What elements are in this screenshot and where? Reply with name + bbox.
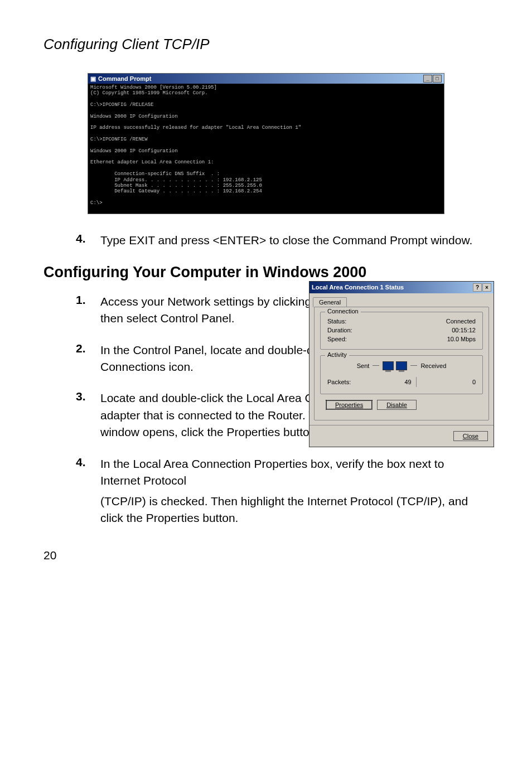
step-text-b: (TCP/IP) is checked. Then highlight the …: [100, 493, 489, 527]
disable-label: Disable: [386, 401, 407, 408]
step-number: 4.: [76, 456, 100, 490]
help-icon[interactable]: ?: [473, 283, 482, 292]
command-prompt-icon: ▣: [90, 75, 96, 83]
dash-icon: [373, 365, 379, 366]
step-pre-4: 4. Type EXIT and press <ENTER> to close …: [76, 232, 489, 249]
minimize-icon[interactable]: _: [423, 75, 432, 83]
packets-received: 0: [472, 379, 476, 385]
disable-button[interactable]: Disable: [377, 400, 417, 410]
running-head: Configuring Client TCP/IP: [43, 36, 489, 53]
close-button[interactable]: Close: [453, 431, 488, 441]
activity-legend: Activity: [325, 351, 349, 358]
tab-general[interactable]: General: [313, 297, 347, 307]
activity-received-label: Received: [420, 362, 446, 369]
step-text: Type EXIT and press <ENTER> to close the…: [100, 232, 472, 249]
speed-label: Speed:: [327, 336, 347, 342]
step-number: 2.: [76, 342, 100, 376]
section-heading: Configuring Your Computer in Windows 200…: [43, 264, 489, 281]
command-prompt-window: ▣ Command Prompt _ □ Microsoft Windows 2…: [88, 73, 444, 214]
page-number: 20: [43, 549, 489, 562]
status-value: Connected: [446, 318, 476, 325]
separator-icon: [416, 377, 417, 387]
command-prompt-titlebar: ▣ Command Prompt _ □: [88, 74, 444, 84]
command-prompt-title: Command Prompt: [98, 75, 151, 83]
step-number: 3.: [76, 390, 100, 441]
speed-value: 10.0 Mbps: [447, 336, 476, 342]
step-4: 4. In the Local Area Connection Properti…: [76, 456, 489, 490]
packets-sent: 49: [404, 379, 411, 385]
duration-label: Duration:: [327, 327, 352, 333]
step-number: 1.: [76, 293, 100, 327]
duration-value: 00:15:12: [452, 327, 476, 333]
command-prompt-output: Microsoft Windows 2000 [Version 5.00.219…: [88, 84, 444, 214]
properties-button[interactable]: Properties: [326, 400, 373, 410]
close-icon[interactable]: ×: [482, 283, 491, 292]
connection-legend: Connection: [325, 308, 361, 315]
monitors-icon: [383, 361, 407, 370]
properties-label: Properties: [335, 401, 363, 408]
dialog-title: Local Area Connection 1 Status: [312, 284, 404, 291]
step-number: 4.: [76, 232, 100, 249]
dash-icon: [410, 365, 417, 366]
lan-status-dialog: Local Area Connection 1 Status ? × Gener…: [309, 281, 494, 447]
packets-label: Packets:: [327, 379, 351, 385]
activity-sent-label: Sent: [357, 362, 370, 369]
status-label: Status:: [327, 318, 346, 325]
close-label: Close: [463, 433, 478, 439]
step-text-a: In the Local Area Connection Properties …: [100, 456, 489, 490]
maximize-icon[interactable]: □: [433, 75, 442, 83]
